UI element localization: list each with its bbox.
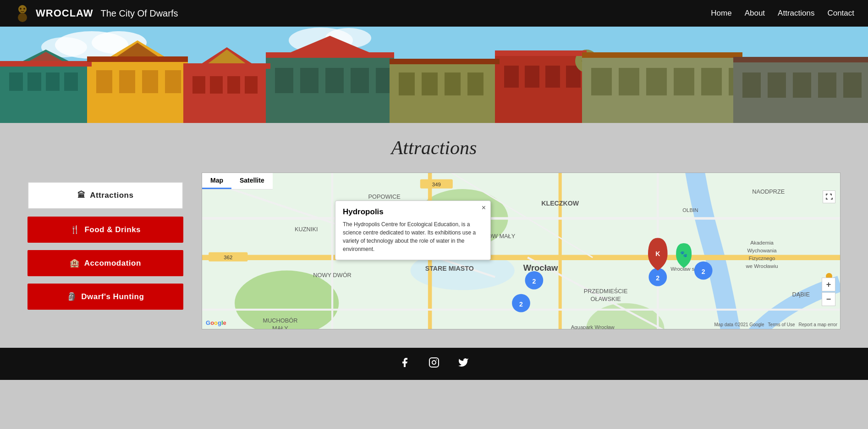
popup-title: Hydropolis (343, 207, 483, 217)
map-data-text: Map data ©2021 Google (714, 322, 764, 327)
svg-text:Fizycznego: Fizycznego (749, 256, 775, 261)
svg-rect-20 (142, 70, 158, 93)
map-controls: + − (822, 278, 835, 306)
facebook-icon[interactable] (399, 357, 410, 371)
svg-rect-59 (793, 72, 811, 98)
main-content: Attractions 🏛 Attractions 🍴 Food & Drink… (0, 123, 868, 348)
svg-point-138 (436, 360, 437, 361)
svg-rect-66 (390, 59, 500, 64)
svg-rect-51 (619, 68, 639, 95)
svg-point-0 (18, 5, 27, 13)
svg-rect-19 (119, 70, 135, 93)
accommodation-button[interactable]: 🏨 Accomodation (27, 250, 183, 276)
food-label: Food & Drinks (84, 225, 141, 234)
svg-rect-58 (768, 72, 786, 98)
dwarf-icon: 🗿 (67, 292, 77, 301)
nav-attractions[interactable]: Attractions (778, 9, 814, 18)
svg-text:NAODPRZE: NAODPRZE (752, 188, 785, 195)
page-title: Attractions (27, 137, 841, 159)
svg-rect-39 (399, 72, 415, 95)
svg-rect-45 (525, 66, 539, 88)
svg-rect-12 (27, 72, 41, 91)
svg-rect-40 (422, 72, 438, 95)
brand-title-thin: The City Of Dwarfs (101, 8, 178, 19)
svg-rect-60 (818, 72, 836, 98)
content-row: 🏛 Attractions 🍴 Food & Drinks 🏨 Accomoda… (27, 173, 841, 329)
popup-close-button[interactable]: × (482, 204, 486, 212)
svg-rect-69 (733, 57, 868, 62)
svg-text:OLBIN: OLBIN (682, 207, 698, 213)
nav-about[interactable]: About (745, 9, 765, 18)
food-drinks-button[interactable]: 🍴 Food & Drinks (27, 217, 183, 243)
svg-text:OŁAWSKIE: OŁAWSKIE (591, 295, 621, 302)
fullscreen-icon (825, 193, 833, 201)
svg-text:NOWY DWÓR: NOWY DWÓR (313, 272, 351, 279)
map-attribution: Map data ©2021 Google Terms of Use Repor… (714, 322, 837, 327)
svg-rect-25 (192, 76, 205, 94)
svg-text:STARE MIASTO: STARE MIASTO (425, 265, 474, 272)
svg-rect-67 (495, 50, 587, 56)
svg-rect-11 (9, 72, 23, 91)
google-logo: Google (206, 319, 226, 326)
terms-link[interactable]: Terms of Use (768, 322, 795, 327)
map-tab-map[interactable]: Map (202, 173, 231, 189)
svg-rect-61 (843, 72, 862, 98)
svg-text:MUCHOBÓR: MUCHOBÓR (263, 317, 298, 324)
attractions-button[interactable]: 🏛 Attractions (27, 182, 183, 209)
brand-title-bold: WROCLAW (36, 7, 93, 19)
accommodation-icon: 🏨 (70, 258, 80, 268)
svg-rect-65 (266, 52, 394, 58)
attractions-label: Attractions (90, 191, 133, 200)
svg-rect-34 (325, 68, 344, 93)
svg-point-2 (20, 8, 22, 10)
sidebar: 🏛 Attractions 🍴 Food & Drinks 🏨 Accomoda… (27, 173, 183, 310)
svg-rect-21 (165, 70, 181, 93)
brand: WROCLAW The City Of Dwarfs (14, 5, 178, 22)
zoom-out-button[interactable]: − (822, 292, 835, 306)
zoom-in-button[interactable]: + (822, 278, 835, 291)
svg-text:MAŁY: MAŁY (272, 325, 288, 329)
popup-description: The Hydropolis Centre for Ecological Edu… (343, 220, 483, 253)
svg-rect-14 (64, 72, 78, 91)
navbar: WROCLAW The City Of Dwarfs Home About At… (0, 0, 868, 27)
map-tab-satellite[interactable]: Satellite (231, 173, 273, 189)
svg-rect-52 (646, 68, 667, 95)
svg-text:Wrocław: Wrocław (523, 263, 558, 273)
map-tabs: Map Satellite (202, 173, 273, 189)
svg-text:2: 2 (702, 268, 705, 275)
nav-home[interactable]: Home (711, 9, 731, 18)
hero-banner (0, 27, 868, 123)
map-fullscreen-button[interactable] (823, 190, 835, 203)
dwarf-label: Dwarf's Hunting (81, 292, 144, 301)
svg-rect-57 (742, 72, 761, 98)
svg-text:🐾: 🐾 (680, 251, 687, 258)
svg-point-3 (23, 8, 25, 10)
svg-rect-64 (183, 63, 270, 69)
map-visual[interactable]: 362 349 94 KLECZKOW POPOWICE KUZNIKI GĄD… (202, 173, 840, 329)
svg-text:2: 2 (656, 274, 659, 282)
svg-rect-10 (0, 63, 92, 123)
twitter-icon[interactable] (458, 357, 469, 371)
dwarf-hunting-button[interactable]: 🗿 Dwarf's Hunting (27, 284, 183, 310)
svg-rect-24 (183, 66, 270, 123)
svg-text:we Wrocławiu: we Wrocławiu (746, 263, 778, 269)
svg-text:349: 349 (432, 182, 441, 187)
svg-text:2: 2 (519, 301, 523, 308)
svg-rect-53 (674, 68, 694, 95)
svg-rect-136 (429, 358, 439, 367)
svg-rect-46 (545, 66, 560, 88)
svg-text:KLECZKOW: KLECZKOW (541, 200, 579, 207)
navbar-links: Home About Attractions Contact (711, 9, 854, 18)
svg-text:K: K (655, 250, 660, 257)
accommodation-label: Accomodation (84, 259, 141, 268)
svg-rect-28 (245, 76, 258, 94)
svg-text:2: 2 (532, 278, 536, 285)
instagram-icon[interactable] (429, 357, 439, 371)
svg-rect-63 (87, 56, 188, 62)
svg-rect-50 (591, 68, 612, 95)
hero-buildings-svg (0, 27, 868, 123)
report-link[interactable]: Report a map error (799, 322, 837, 327)
svg-rect-54 (701, 68, 722, 95)
nav-contact[interactable]: Contact (827, 9, 854, 18)
svg-rect-44 (504, 66, 519, 88)
